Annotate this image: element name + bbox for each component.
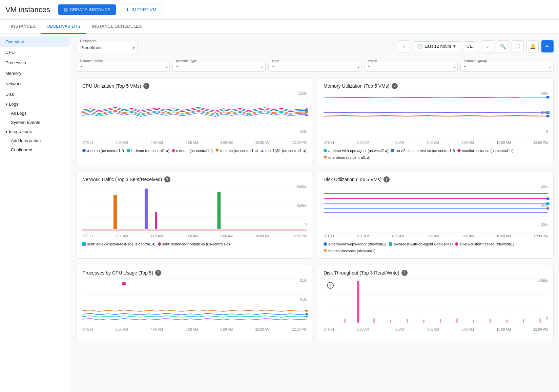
prev-time-button[interactable]: ‹ <box>398 40 410 52</box>
sidebar-group-logs[interactable]: ▾ Logs <box>0 100 71 109</box>
next-time-button[interactable]: › <box>482 40 494 52</box>
legend-color <box>171 149 175 152</box>
svg-point-47 <box>305 315 308 318</box>
time-range-button[interactable]: 🕐 Last 12 hours ▾ <box>413 41 460 51</box>
sidebar-item-all-logs[interactable]: All Logs <box>0 109 71 118</box>
zone-select[interactable]: * <box>268 62 361 72</box>
svg-rect-64 <box>539 319 541 323</box>
disk-throughput-chart-svg <box>324 279 548 326</box>
tab-instances[interactable]: INSTANCES <box>5 20 41 34</box>
processes-chart-area: 0.02 0.01 <box>82 279 307 333</box>
sidebar-item-system-events[interactable]: System Events <box>0 118 71 127</box>
clock-icon: 🕐 <box>417 44 422 49</box>
disk-help-icon[interactable]: ? <box>384 176 390 182</box>
svg-rect-54 <box>373 319 375 323</box>
memory-help-icon[interactable]: ? <box>392 83 398 89</box>
expand-icon: ⛶ <box>515 44 520 49</box>
legend-item: sent: instance-for-static-ip (us-central… <box>158 242 230 246</box>
machine-type-select[interactable]: * <box>172 62 266 72</box>
svg-point-46 <box>305 313 308 315</box>
sidebar-group-integrations[interactable]: ▾ Integrations <box>0 127 71 136</box>
legend-color <box>324 242 327 246</box>
svg-rect-24 <box>155 212 157 229</box>
main-tabs: INSTANCES OBSERVABILITY INSTANCE SCHEDUL… <box>0 20 559 34</box>
main-content: Dashboard Predefined ▾ ‹ 🕐 Last 12 hours… <box>71 34 559 392</box>
sidebar-item-disk[interactable]: Disk <box>0 89 71 100</box>
network-y-mid: 1MiB/s <box>296 204 307 208</box>
sidebar-item-processes[interactable]: Processes <box>0 58 71 68</box>
search-button[interactable]: 🔍 <box>497 40 509 52</box>
svg-point-16 <box>546 115 550 117</box>
dashboard-select[interactable]: Predefined ▾ <box>77 42 138 53</box>
processes-chart-svg <box>82 279 307 326</box>
region-select[interactable]: * <box>365 62 458 72</box>
legend-color <box>391 149 394 152</box>
sidebar-item-cpu[interactable]: CPU <box>0 47 71 58</box>
tab-instance-schedules[interactable]: INSTANCE SCHEDULES <box>86 20 147 34</box>
sidebar-item-configured[interactable]: Configured <box>0 145 71 154</box>
network-x-axis: UTC+1 2:00 AM 4:00 AM 6:00 AM 8:00 AM 10… <box>82 234 307 238</box>
create-instance-button[interactable]: ▤ CREATE INSTANCE <box>58 4 116 15</box>
network-help-icon[interactable]: ? <box>164 176 170 182</box>
svg-rect-59 <box>456 319 458 323</box>
svg-rect-25 <box>217 192 221 229</box>
edit-button[interactable]: ✏ <box>541 40 554 52</box>
instance-name-select[interactable]: * <box>77 62 170 72</box>
machine-type-filter: machine_type * ▾ <box>172 62 266 72</box>
processes-x-axis: UTC+1 2:00 AM 4:00 AM 6:00 AM 8:00 AM 10… <box>82 327 307 331</box>
instance-name-filter: instance_name * ▾ <box>77 62 170 72</box>
disk-utilization-chart: Disk Utilization (Top 5 VMs) ? 40% 35% 3… <box>318 171 554 259</box>
legend-color <box>82 242 86 246</box>
sidebar-item-add-integration[interactable]: Add Integration <box>0 136 71 145</box>
prev-icon: ‹ <box>403 44 405 49</box>
dashboard-select-field: Dashboard Predefined ▾ <box>77 42 138 53</box>
svg-rect-60 <box>473 320 474 323</box>
legend-color <box>127 149 130 152</box>
sidebar-item-overview[interactable]: Overview <box>0 37 71 47</box>
disk-x-axis: UTC+1 2:00 AM 4:00 AM 6:00 AM 8:00 AM 10… <box>324 234 548 238</box>
disk-throughput-chart: Disk Throughput (Top 3 Read/Write) ? 5Mi… <box>318 264 554 341</box>
dashboard-arrow-icon: ▾ <box>133 46 134 49</box>
cpu-y-min: 50% <box>300 130 307 133</box>
legend-item: an-e2-custom-test-sc (/dev/sda1) <box>455 242 514 246</box>
svg-point-45 <box>305 310 308 312</box>
legend-item: an-e2-custom-test-sc (us-central1-f) <box>391 149 455 153</box>
create-icon: ▤ <box>64 7 68 12</box>
cpu-legend: a-demo (us-central1-f) b-demo (us-centra… <box>82 149 307 153</box>
import-vm-button[interactable]: ⬇ IMPORT VM <box>120 4 162 15</box>
dashboard-label: Dashboard <box>79 39 97 43</box>
search-icon: 🔍 <box>500 44 506 49</box>
legend-color <box>457 149 461 152</box>
sidebar-item-memory[interactable]: Memory <box>0 68 71 79</box>
chart-help-circle[interactable]: ? <box>327 282 334 289</box>
sidebar-item-network[interactable]: Network <box>0 79 71 89</box>
processes-help-icon[interactable]: ? <box>155 270 161 276</box>
instance-group-select[interactable]: * <box>460 62 554 72</box>
integrations-arrow-icon: ▾ <box>5 129 7 134</box>
timezone-button[interactable]: CET <box>463 41 479 51</box>
disk-throughput-help-icon[interactable]: ? <box>401 270 408 276</box>
tab-observability[interactable]: OBSERVABILITY <box>41 20 86 34</box>
legend-item: d-demo (us-central1-c) <box>215 149 258 153</box>
expand-button[interactable]: ⛶ <box>512 40 524 52</box>
charts-grid: CPU Utilization (Top 5 VMs) ? 150% 100% … <box>77 77 554 341</box>
alerts-button[interactable]: 🔔 <box>526 40 539 52</box>
filters-row: instance_name * ▾ machine_type * ▾ zone … <box>77 59 554 72</box>
cpu-chart-svg <box>82 92 307 139</box>
processes-y-max: 0.02 <box>300 279 307 282</box>
cpu-help-icon[interactable]: ? <box>143 83 149 89</box>
legend-color <box>389 242 392 246</box>
network-chart-svg <box>82 185 307 233</box>
svg-rect-52 <box>357 281 359 323</box>
svg-rect-57 <box>423 320 425 323</box>
legend-item: one-demo (us-central1-a) <box>324 155 370 159</box>
dashboard-left-controls: Dashboard Predefined ▾ <box>77 39 138 53</box>
region-filter: region * ▾ <box>365 62 458 72</box>
memory-chart-area: 40% 20% 0 <box>324 92 548 146</box>
memory-chart-svg <box>324 92 548 139</box>
legend-item: test-1q31 (us-central1-a) <box>261 149 306 153</box>
svg-rect-23 <box>145 189 148 229</box>
time-arrow-icon: ▾ <box>453 44 456 49</box>
legend-color <box>324 156 327 159</box>
cpu-x-axis: UTC+1 2:00 AM 4:00 AM 6:00 AM 8:00 AM 10… <box>82 140 307 145</box>
